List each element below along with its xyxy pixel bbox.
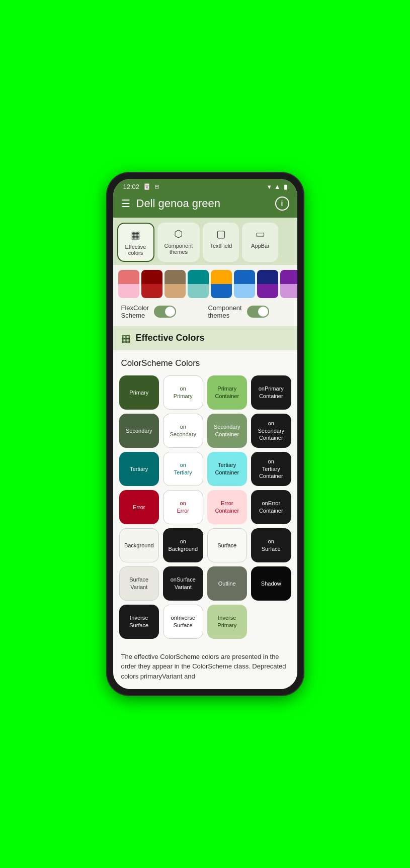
- status-left: 12:02 🃏 ⊟: [123, 183, 159, 190]
- phone-frame: 12:02 🃏 ⊟ ▾ ▲ ▮ ☰ Dell genoa green i ▦ E…: [107, 173, 303, 696]
- color-card-on-error[interactable]: onError: [163, 490, 203, 524]
- color-card-error[interactable]: Error: [119, 490, 159, 524]
- color-card-shadow[interactable]: Shadow: [251, 566, 291, 601]
- section-icon: ▦: [121, 332, 131, 344]
- tabs-row: ▦ Effectivecolors ⬡ Componentthemes ▢ Te…: [113, 218, 297, 265]
- tab-appbar[interactable]: ▭ AppBar: [242, 223, 278, 262]
- flexcolor-label: FlexColorScheme: [121, 304, 149, 319]
- tab-textfield-icon: ▢: [216, 228, 226, 240]
- tab-textfield[interactable]: ▢ TextField: [203, 223, 239, 262]
- color-card-on-surface-variant[interactable]: onSurfaceVariant: [163, 566, 203, 601]
- info-label: i: [281, 200, 283, 208]
- swatch-7[interactable]: [257, 270, 278, 298]
- color-card-surface[interactable]: Surface: [207, 528, 248, 562]
- color-card-tertiary[interactable]: Tertiary: [119, 452, 159, 486]
- phone-screen: 12:02 🃏 ⊟ ▾ ▲ ▮ ☰ Dell genoa green i ▦ E…: [113, 179, 297, 690]
- swatch-bottom: [118, 284, 139, 298]
- color-card-background[interactable]: Background: [119, 528, 159, 562]
- tab-component-themes-icon: ⬡: [174, 228, 183, 240]
- app-bar: ☰ Dell genoa green i: [113, 192, 297, 218]
- swatch-top: [118, 270, 139, 284]
- swatch-2[interactable]: [141, 270, 162, 298]
- color-card-empty: [251, 605, 291, 639]
- footer-description: The effective ColorScheme colors are pre…: [121, 653, 286, 680]
- tab-effective-colors[interactable]: ▦ Effectivecolors: [117, 223, 154, 262]
- tab-effective-colors-icon: ▦: [131, 229, 140, 241]
- color-card-inverse-primary[interactable]: InversePrimary: [207, 605, 248, 639]
- nfc-icon: ⊟: [154, 183, 159, 190]
- tab-appbar-label: AppBar: [251, 243, 270, 249]
- color-card-on-tertiary[interactable]: onTertiary: [163, 452, 203, 486]
- content-area: ColorScheme Colors Primary onPrimary Pri…: [113, 350, 297, 647]
- color-card-on-tertiary-container[interactable]: onTertiaryContainer: [251, 452, 291, 486]
- color-card-surface-variant[interactable]: SurfaceVariant: [119, 566, 159, 601]
- component-themes-toggle-group: Componentthemes: [208, 304, 289, 319]
- flexcolor-toggle[interactable]: [154, 306, 176, 318]
- status-right: ▾ ▲ ▮: [268, 183, 287, 190]
- color-card-secondary[interactable]: Secondary: [119, 414, 159, 448]
- section-header: ▦ Effective Colors: [113, 326, 297, 350]
- battery-icon: ▮: [284, 183, 287, 190]
- color-card-on-secondary-container[interactable]: onSecondaryContainer: [251, 414, 291, 448]
- color-card-inverse-surface[interactable]: InverseSurface: [119, 605, 159, 639]
- flexcolor-toggle-group: FlexColorScheme: [121, 304, 202, 319]
- color-card-error-container[interactable]: ErrorContainer: [207, 490, 248, 524]
- swatch-6[interactable]: [234, 270, 255, 298]
- status-bar: 12:02 🃏 ⊟ ▾ ▲ ▮: [113, 179, 297, 192]
- signal-icon: ▲: [274, 183, 281, 190]
- app-title: Dell genoa green: [136, 197, 269, 210]
- toggles-row: FlexColorScheme Componentthemes: [113, 301, 297, 326]
- tab-textfield-label: TextField: [210, 243, 232, 249]
- color-card-on-primary-container[interactable]: onPrimaryContainer: [251, 375, 291, 410]
- swatch-3[interactable]: [165, 270, 186, 298]
- swatch-5[interactable]: [211, 270, 232, 298]
- sim-icon: 🃏: [143, 183, 150, 190]
- tab-component-themes-label: Componentthemes: [165, 243, 193, 255]
- tab-effective-colors-label: Effectivecolors: [125, 244, 146, 256]
- menu-icon[interactable]: ☰: [121, 198, 130, 210]
- color-card-on-inverse-surface[interactable]: onInverseSurface: [163, 605, 203, 639]
- color-card-on-error-container[interactable]: onErrorContainer: [251, 490, 291, 524]
- component-themes-toggle-label: Componentthemes: [208, 304, 242, 319]
- colors-section-title: ColorScheme Colors: [119, 358, 291, 368]
- tab-appbar-icon: ▭: [256, 228, 265, 240]
- color-grid: Primary onPrimary PrimaryContainer onPri…: [119, 375, 291, 639]
- color-card-primary[interactable]: Primary: [119, 375, 159, 410]
- color-card-secondary-container[interactable]: SecondaryContainer: [207, 414, 248, 448]
- section-title: Effective Colors: [136, 333, 205, 343]
- time-display: 12:02: [123, 183, 140, 190]
- info-button[interactable]: i: [275, 197, 289, 211]
- component-themes-toggle[interactable]: [247, 306, 269, 318]
- color-card-on-background[interactable]: onBackground: [163, 528, 203, 562]
- footer-text: The effective ColorScheme colors are pre…: [113, 647, 297, 690]
- swatch-4[interactable]: [188, 270, 209, 298]
- color-card-primary-container[interactable]: PrimaryContainer: [207, 375, 248, 410]
- swatch-8[interactable]: [280, 270, 297, 298]
- color-card-on-primary[interactable]: onPrimary: [163, 375, 203, 410]
- wifi-icon: ▾: [268, 183, 271, 190]
- color-swatches-row: [113, 265, 297, 301]
- tab-component-themes[interactable]: ⬡ Componentthemes: [157, 223, 200, 262]
- color-card-on-surface[interactable]: onSurface: [251, 528, 291, 562]
- color-card-on-secondary[interactable]: onSecondary: [163, 414, 203, 448]
- swatch-1[interactable]: [118, 270, 139, 298]
- color-card-tertiary-container[interactable]: TertiaryContainer: [207, 452, 248, 486]
- color-card-outline[interactable]: Outline: [207, 566, 248, 601]
